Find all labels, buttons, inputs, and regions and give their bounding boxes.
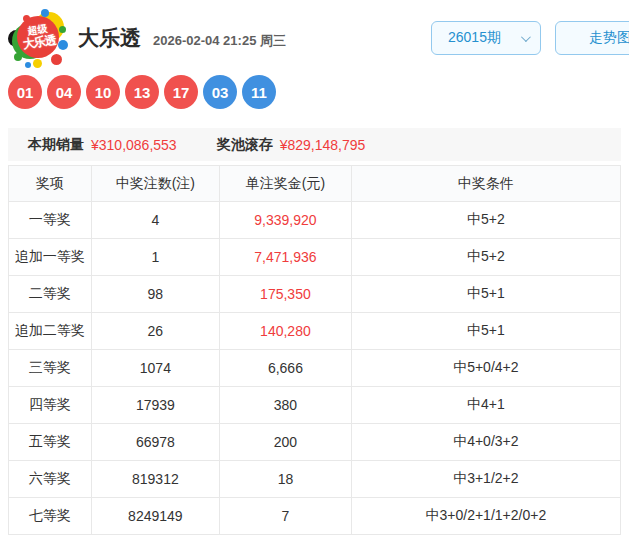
table-row: 追加一等奖17,471,936中5+2 <box>9 239 621 276</box>
table-header-row: 奖项 中奖注数(注) 单注奖金(元) 中奖条件 <box>9 166 621 202</box>
prize-count: 98 <box>91 276 220 313</box>
back-ball: 03 <box>203 75 237 109</box>
prize-condition: 中4+1 <box>351 387 620 424</box>
header-controls: 26015期 走势图 <box>431 21 629 55</box>
prize-condition: 中5+1 <box>351 276 620 313</box>
table-row: 七等奖82491497中3+0/2+1/1+2/0+2 <box>9 498 621 535</box>
trend-chart-button[interactable]: 走势图 <box>555 21 629 55</box>
prize-count: 8249149 <box>91 498 220 535</box>
logo-dot <box>14 53 22 61</box>
prize-count: 819312 <box>91 461 220 498</box>
table-row: 二等奖98175,350中5+1 <box>9 276 621 313</box>
prize-condition: 中5+2 <box>351 239 620 276</box>
winning-numbers-row: 01041013170311 <box>8 75 621 109</box>
logo-dot <box>58 40 68 50</box>
prize-amount: 380 <box>220 387 352 424</box>
logo-red-circle: 超级 大乐透 <box>17 16 59 58</box>
prize-name: 追加二等奖 <box>9 313 92 350</box>
prize-name: 三等奖 <box>9 350 92 387</box>
prize-amount: 7 <box>220 498 352 535</box>
prize-amount: 7,471,936 <box>220 239 352 276</box>
table-row: 五等奖66978200中4+0/3+2 <box>9 424 621 461</box>
logo-dot <box>33 59 42 68</box>
logo-dot <box>41 9 49 17</box>
issue-select[interactable]: 26015期 <box>431 21 541 55</box>
front-ball: 10 <box>86 75 120 109</box>
prize-count: 17939 <box>91 387 220 424</box>
pool-group: 奖池滚存 ¥829,148,795 <box>217 136 366 154</box>
prize-count: 26 <box>91 313 220 350</box>
prize-amount: 200 <box>220 424 352 461</box>
logo-dot <box>25 62 31 68</box>
logo-text-line2: 大乐透 <box>22 34 56 51</box>
prize-condition: 中5+1 <box>351 313 620 350</box>
front-ball: 13 <box>125 75 159 109</box>
title-wrap: 大乐透 2026-02-04 21:25 周三 <box>78 24 286 52</box>
prize-amount: 175,350 <box>220 276 352 313</box>
prize-table: 奖项 中奖注数(注) 单注奖金(元) 中奖条件 一等奖49,339,920中5+… <box>8 165 621 535</box>
issue-select-value: 26015期 <box>448 29 501 47</box>
pool-label: 奖池滚存 <box>217 136 273 154</box>
front-ball: 17 <box>164 75 198 109</box>
prize-table-head: 奖项 中奖注数(注) 单注奖金(元) 中奖条件 <box>9 166 621 202</box>
prize-condition: 中4+0/3+2 <box>351 424 620 461</box>
logo-dot <box>23 15 30 22</box>
prize-condition: 中3+1/2+2 <box>351 461 620 498</box>
prize-name: 七等奖 <box>9 498 92 535</box>
header: 超级 大乐透 大乐透 2026-02-04 21:25 周三 26015期 走势… <box>8 8 621 68</box>
prize-name: 二等奖 <box>9 276 92 313</box>
header-condition: 中奖条件 <box>351 166 620 202</box>
table-row: 一等奖49,339,920中5+2 <box>9 202 621 239</box>
prize-amount: 18 <box>220 461 352 498</box>
logo-dot <box>51 54 62 65</box>
prize-condition: 中5+2 <box>351 202 620 239</box>
prize-count: 66978 <box>91 424 220 461</box>
header-count: 中奖注数(注) <box>91 166 220 202</box>
prize-amount: 6,666 <box>220 350 352 387</box>
prize-name: 追加一等奖 <box>9 239 92 276</box>
lottery-results-page: 超级 大乐透 大乐透 2026-02-04 21:25 周三 26015期 走势… <box>0 0 629 536</box>
prize-name: 一等奖 <box>9 202 92 239</box>
super-lotto-logo-icon: 超级 大乐透 <box>8 9 66 67</box>
table-row: 四等奖17939380中4+1 <box>9 387 621 424</box>
prize-name: 五等奖 <box>9 424 92 461</box>
prize-name: 四等奖 <box>9 387 92 424</box>
page-title: 大乐透 <box>78 24 141 52</box>
header-prize: 奖项 <box>9 166 92 202</box>
prize-table-body: 一等奖49,339,920中5+2追加一等奖17,471,936中5+2二等奖9… <box>9 202 621 535</box>
table-row: 三等奖10746,666中5+0/4+2 <box>9 350 621 387</box>
prize-condition: 中3+0/2+1/1+2/0+2 <box>351 498 620 535</box>
front-ball: 04 <box>47 75 81 109</box>
sales-label: 本期销量 <box>28 136 84 154</box>
header-amount: 单注奖金(元) <box>220 166 352 202</box>
pool-value: ¥829,148,795 <box>280 137 366 153</box>
prize-amount: 140,280 <box>220 313 352 350</box>
prize-count: 1 <box>91 239 220 276</box>
sales-value: ¥310,086,553 <box>91 137 177 153</box>
table-row: 追加二等奖26140,280中5+1 <box>9 313 621 350</box>
prize-name: 六等奖 <box>9 461 92 498</box>
prize-amount: 9,339,920 <box>220 202 352 239</box>
back-ball: 11 <box>242 75 276 109</box>
table-row: 六等奖81931218中3+1/2+2 <box>9 461 621 498</box>
prize-count: 4 <box>91 202 220 239</box>
trend-chart-button-label: 走势图 <box>589 29 629 47</box>
summary-bar: 本期销量 ¥310,086,553 奖池滚存 ¥829,148,795 <box>8 128 621 161</box>
chevron-down-icon <box>521 32 531 42</box>
logo-dot <box>59 26 66 33</box>
prize-count: 1074 <box>91 350 220 387</box>
prize-condition: 中5+0/4+2 <box>351 350 620 387</box>
draw-datetime: 2026-02-04 21:25 周三 <box>153 32 286 50</box>
front-ball: 01 <box>8 75 42 109</box>
